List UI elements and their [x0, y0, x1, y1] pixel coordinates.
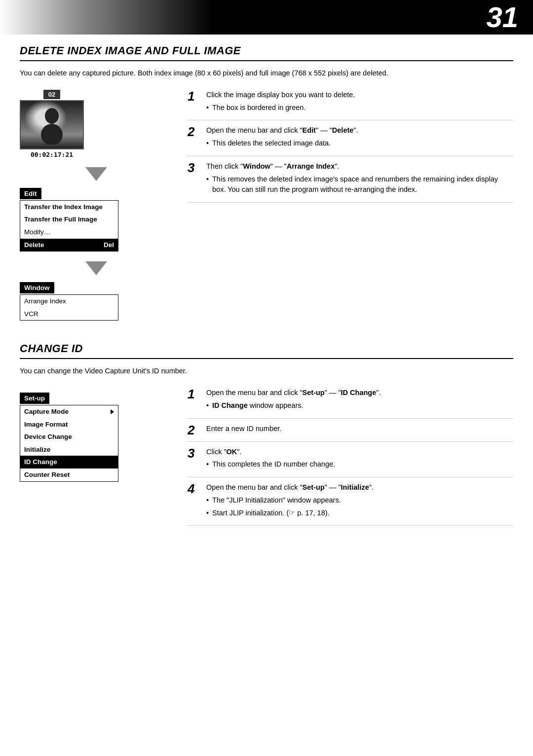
section2-title: CHANGE ID: [20, 342, 513, 359]
step-s1: 1 Open the menu bar and click "Set-up" —…: [188, 388, 513, 419]
edit-menu-title: Edit: [20, 188, 41, 199]
menu-item-transfer-index: Transfer the Index Image: [20, 201, 118, 214]
step-s4: 4 Open the menu bar and click "Set-up" —…: [188, 477, 513, 526]
image-thumb-inner: [21, 101, 83, 148]
image-thumb: [20, 100, 84, 149]
step-s4-content: Open the menu bar and click "Set-up" — "…: [206, 482, 374, 520]
window-menu-box: Arrange Index VCR: [20, 294, 118, 321]
step-s3: 3 Click "OK". This completes the ID numb…: [188, 442, 513, 478]
step-2-content: Open the menu bar and click "Edit" — "De…: [206, 125, 358, 151]
section1-right: 1 Click the image display box you want t…: [188, 90, 513, 323]
page-number: 31: [486, 3, 518, 32]
step-s2: 2 Enter a new ID number.: [188, 419, 513, 442]
section2-body: Set-up Capture Mode Image Format Device …: [20, 388, 513, 526]
step-s1-content: Open the menu bar and click "Set-up" — "…: [206, 388, 381, 413]
step-1-content: Click the image display box you want to …: [206, 90, 355, 115]
section2-steps: 1 Open the menu bar and click "Set-up" —…: [188, 388, 513, 526]
capture-mode-arrow: [111, 409, 114, 414]
menu-item-vcr: VCR: [20, 308, 118, 321]
window-menu-title: Window: [20, 282, 54, 293]
menu-item-capture-mode: Capture Mode: [20, 405, 118, 418]
step-2-number: 2: [188, 125, 201, 138]
step-s2-content: Enter a new ID number.: [206, 424, 281, 436]
step-s4-number: 4: [188, 482, 201, 495]
edit-menu: Edit Transfer the Index Image Transfer t…: [20, 188, 118, 253]
step-3-content: Then click "Window" — "Arrange Index". T…: [206, 161, 513, 197]
image-container: 02 00:02:17:21: [20, 90, 84, 158]
menu-item-transfer-full: Transfer the Full Image: [20, 213, 118, 226]
menu-item-arrange: Arrange Index: [20, 295, 118, 308]
step-s3-number: 3: [188, 447, 201, 460]
image-label: 02: [43, 90, 60, 99]
section1-left: 02 00:02:17:21 Edit: [20, 90, 173, 323]
section1-steps: 1 Click the image display box you want t…: [188, 90, 513, 203]
step-s2-number: 2: [188, 424, 201, 436]
menu-item-device-change: Device Change: [20, 431, 118, 443]
section1-description: You can delete any captured picture. Bot…: [20, 68, 513, 79]
menu-item-initialize: Initialize: [20, 443, 118, 456]
window-menu: Window Arrange Index VCR: [20, 282, 118, 323]
page-header: 31: [0, 0, 533, 35]
menu-item-modify: Modify…: [20, 226, 118, 239]
step-1-number: 1: [188, 90, 201, 103]
menu-item-image-format: Image Format: [20, 418, 118, 431]
section2-left: Set-up Capture Mode Image Format Device …: [20, 388, 173, 526]
step-s1-number: 1: [188, 388, 201, 400]
step-s3-content: Click "OK". This completes the ID number…: [206, 447, 335, 472]
step-1: 1 Click the image display box you want t…: [188, 90, 513, 121]
setup-menu: Set-up Capture Mode Image Format Device …: [20, 393, 118, 484]
image-timestamp: 00:02:17:21: [31, 151, 73, 158]
section1-title: DELETE INDEX IMAGE AND FULL IMAGE: [20, 44, 513, 61]
edit-menu-box: Transfer the Index Image Transfer the Fu…: [20, 200, 118, 252]
svg-point-1: [41, 124, 63, 144]
menu-item-delete: Delete Del: [20, 239, 118, 252]
arrow-down-1: [85, 167, 107, 181]
setup-menu-box: Capture Mode Image Format Device Change …: [20, 405, 118, 482]
step-3: 3 Then click "Window" — "Arrange Index".…: [188, 156, 513, 203]
person-silhouette: [32, 105, 72, 144]
section2-right: 1 Open the menu bar and click "Set-up" —…: [188, 388, 513, 526]
menu-item-id-change: ID Change: [20, 456, 118, 468]
page-content: DELETE INDEX IMAGE AND FULL IMAGE You ca…: [0, 35, 533, 565]
section2: CHANGE ID You can change the Video Captu…: [20, 342, 513, 526]
section2-description: You can change the Video Capture Unit's …: [20, 366, 513, 377]
arrow-down-2: [85, 261, 107, 275]
setup-menu-title: Set-up: [20, 393, 49, 404]
svg-point-0: [45, 108, 59, 124]
menu-item-counter-reset: Counter Reset: [20, 468, 118, 481]
step-2: 2 Open the menu bar and click "Edit" — "…: [188, 120, 513, 156]
step-3-number: 3: [188, 161, 201, 174]
section1-body: 02 00:02:17:21 Edit: [20, 90, 513, 323]
